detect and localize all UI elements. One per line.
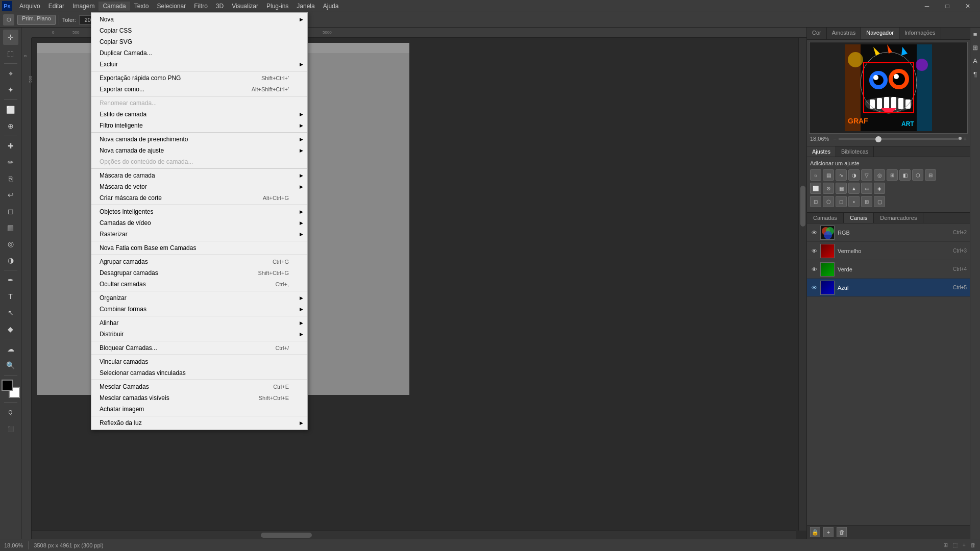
adj-extra6[interactable]: ▢ (874, 196, 885, 207)
menu-agrupar[interactable]: Agrupar camadas Ctrl+G (91, 256, 307, 267)
menu-nova[interactable]: Nova (91, 14, 307, 25)
menu-objetos-inteligentes[interactable]: Objetos inteligentes (91, 206, 307, 217)
channel-rgb[interactable]: 👁 RGB Ctrl+2 (807, 223, 970, 242)
menu-estilo-camada[interactable]: Estilo de camada (91, 109, 307, 120)
blur-tool[interactable]: ◎ (3, 236, 18, 252)
menu-rasterizar[interactable]: Rasterizar (91, 229, 307, 240)
eraser-tool[interactable]: ◻ (3, 204, 18, 219)
menu-camada[interactable]: Camada (99, 2, 130, 11)
selection-tool[interactable]: ⬚ (3, 46, 18, 61)
magic-wand-tool[interactable]: ✦ (3, 82, 18, 97)
window-close-button[interactable]: ✕ (958, 0, 978, 12)
invert-adj-icon[interactable]: ⊘ (823, 183, 834, 194)
screen-mode-tool[interactable]: ⬛ (3, 421, 18, 436)
posterize-adj-icon[interactable]: ▦ (836, 183, 847, 194)
menu-combinar-formas[interactable]: Combinar formas (91, 304, 307, 315)
menu-selecionar[interactable]: Selecionar (153, 2, 190, 11)
adjustments-icon[interactable]: ⊞ (971, 43, 980, 52)
lock-channel-button[interactable]: 🔒 (810, 527, 820, 537)
tab-informacoes[interactable]: Informações (899, 28, 941, 39)
tab-demarcadores[interactable]: Demarcadores (874, 213, 923, 223)
crop-tool[interactable]: ⬜ (3, 102, 18, 117)
menu-texto[interactable]: Texto (130, 2, 153, 11)
menu-filtro[interactable]: Filtro (190, 2, 212, 11)
menu-distribuir[interactable]: Distribuir (91, 329, 307, 340)
status-icon4[interactable]: 🗑 (970, 542, 976, 548)
selective-color-adj-icon[interactable]: ◈ (874, 183, 885, 194)
menu-nova-ajuste[interactable]: Nova camada de ajuste (91, 145, 307, 156)
text-tool[interactable]: T (3, 289, 18, 304)
dodge-tool[interactable]: ◑ (3, 253, 18, 268)
bw-adj-icon[interactable]: ◧ (899, 169, 911, 181)
menu-mascara-camada[interactable]: Máscara de camada (91, 170, 307, 181)
adj-extra2[interactable]: ⬡ (823, 196, 834, 207)
menu-desagrupar[interactable]: Desagrupar camadas Shift+Ctrl+G (91, 267, 307, 279)
menu-visualizar[interactable]: Visualizar (228, 2, 262, 11)
channel-azul-visibility[interactable]: 👁 (810, 284, 818, 292)
adj-extra1[interactable]: ⊡ (810, 196, 821, 207)
hand-tool[interactable]: ☁ (3, 341, 18, 357)
search-icon[interactable]: A (971, 56, 980, 65)
quick-mask-tool[interactable]: Q (3, 405, 18, 420)
pen-tool[interactable]: ✒ (3, 272, 18, 288)
healing-tool[interactable]: ✚ (3, 138, 18, 154)
lasso-tool[interactable]: ⌖ (3, 66, 18, 81)
hue-sat-adj-icon[interactable]: ◎ (874, 169, 885, 181)
channel-verde[interactable]: 👁 Verde Ctrl+4 (807, 260, 970, 279)
paragraph-icon[interactable]: ¶ (971, 69, 980, 79)
status-icon1[interactable]: ⊞ (943, 542, 948, 548)
status-icon3[interactable]: + (963, 542, 966, 548)
panel-toggle-icon[interactable]: ≡ (971, 30, 980, 39)
adj-extra5[interactable]: ⊞ (861, 196, 872, 207)
adj-extra3[interactable]: ◻ (836, 196, 847, 207)
window-maximize-button[interactable]: □ (937, 0, 958, 12)
menu-3d[interactable]: 3D (212, 2, 228, 11)
add-channel-button[interactable]: + (823, 527, 834, 537)
menu-plugins[interactable]: Plug-ins (262, 2, 292, 11)
menu-editar[interactable]: Editar (44, 2, 68, 11)
zoom-minus-icon[interactable]: − (833, 136, 836, 142)
channel-vermelho-visibility[interactable]: 👁 (810, 247, 818, 255)
tab-amostras[interactable]: Amostras (827, 28, 861, 39)
tool-icon[interactable]: ⬡ (3, 14, 14, 26)
tab-cor[interactable]: Cor (807, 28, 827, 39)
vertical-scrollbar[interactable] (798, 38, 806, 531)
eyedropper-tool[interactable]: ⊕ (3, 118, 18, 134)
tab-navegador[interactable]: Navegador (861, 28, 899, 39)
menu-imagem[interactable]: Imagem (68, 2, 99, 11)
menu-criar-mascara[interactable]: Criar máscara de corte Alt+Ctrl+G (91, 192, 307, 204)
menu-duplicar-camada[interactable]: Duplicar Camada... (91, 47, 307, 59)
history-brush-tool[interactable]: ↩ (3, 187, 18, 203)
menu-camadas-video[interactable]: Camadas de vídeo (91, 217, 307, 229)
brightness-adj-icon[interactable]: ☼ (810, 169, 821, 181)
menu-arquivo[interactable]: Arquivo (15, 2, 44, 11)
color-lookup-adj-icon[interactable]: ⬜ (810, 183, 821, 194)
curves-adj-icon[interactable]: ∿ (836, 169, 847, 181)
channel-rgb-visibility[interactable]: 👁 (810, 229, 818, 237)
levels-adj-icon[interactable]: ▤ (823, 169, 834, 181)
menu-copiar-css[interactable]: Copiar CSS (91, 25, 307, 36)
clone-stamp-tool[interactable]: ⎘ (3, 171, 18, 186)
menu-nova-preenchimento[interactable]: Nova camada de preenchimento (91, 134, 307, 145)
tab-canais[interactable]: Canais (844, 213, 874, 223)
menu-excluir[interactable]: Excluir (91, 59, 307, 70)
channel-azul[interactable]: 👁 Azul Ctrl+5 (807, 279, 970, 297)
vibrance-adj-icon[interactable]: ▽ (861, 169, 872, 181)
gradient-tool[interactable]: ▦ (3, 220, 18, 235)
threshold-adj-icon[interactable]: ▲ (848, 183, 860, 194)
move-tool[interactable]: ✛ (3, 30, 18, 45)
menu-vincular[interactable]: Vincular camadas (91, 356, 307, 367)
tab-bibliotecas[interactable]: Bibliotecas (836, 146, 874, 157)
brush-tool[interactable]: ✏ (3, 155, 18, 170)
menu-achatar[interactable]: Achatar imagem (91, 404, 307, 415)
menu-selecionar-vinculadas[interactable]: Selecionar camadas vinculadas (91, 367, 307, 379)
menu-mesclar-visiveis[interactable]: Mesclar camadas visíveis Shift+Ctrl+E (91, 392, 307, 404)
menu-organizar[interactable]: Organizar (91, 292, 307, 304)
menu-ajuda[interactable]: Ajuda (319, 2, 343, 11)
menu-nova-fatia[interactable]: Nova Fatia com Base em Camadas (91, 242, 307, 254)
foreground-color-swatch[interactable] (2, 380, 13, 391)
menu-export-rapida[interactable]: Exportação rápida como PNG Shift+Ctrl+' (91, 72, 307, 84)
tab-camadas[interactable]: Camadas (807, 213, 844, 223)
menu-copiar-svg[interactable]: Copiar SVG (91, 36, 307, 47)
shape-tool[interactable]: ◆ (3, 321, 18, 337)
